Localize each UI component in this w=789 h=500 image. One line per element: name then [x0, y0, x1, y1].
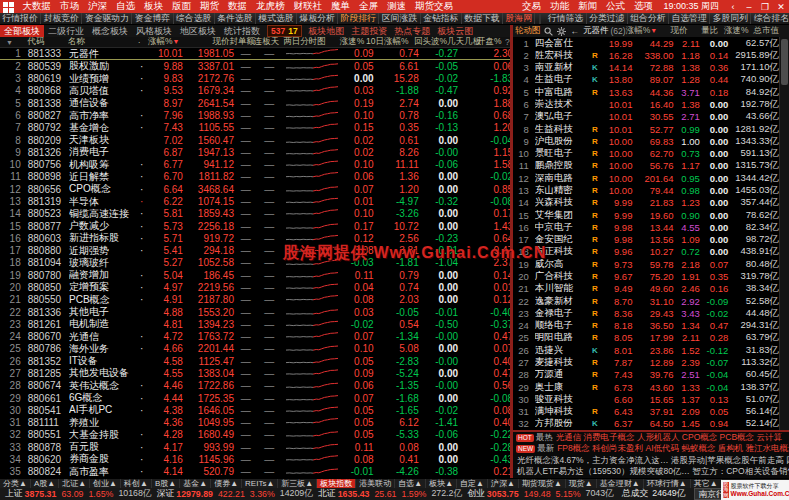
- filter-icon[interactable]: ▼: [6, 39, 20, 46]
- column-header[interactable]: 现价: [180, 36, 230, 48]
- market-tab[interactable]: 新三板▲: [278, 479, 317, 489]
- list-item[interactable]: 21本川智能R9.4949.602.460.1638.34亿: [513, 283, 779, 295]
- toolbar-item[interactable]: 资金博弈: [132, 13, 173, 25]
- list-item[interactable]: 26迅捷兴K8.0123.861.52-0.1231.83亿: [513, 344, 779, 356]
- app-logo-icon[interactable]: [3, 2, 14, 13]
- toolbar-item[interactable]: 条件选股: [215, 13, 256, 25]
- toolbar-item[interactable]: 分类过滤: [587, 13, 628, 25]
- menubar-item[interactable]: 交易: [517, 0, 545, 13]
- toolbar-item[interactable]: 行情筛选: [545, 13, 586, 25]
- toolbar-item[interactable]: 组合分析: [628, 13, 669, 25]
- market-tab[interactable]: 自选▲: [395, 479, 426, 489]
- list-item[interactable]: 7澳弘电子10.0130.552.710.0043.66亿: [513, 111, 779, 123]
- list-item[interactable]: 6崇达技术10.0116.401.380.00192.78亿: [513, 98, 779, 110]
- column-header[interactable]: 连板天: [254, 36, 278, 48]
- list-item[interactable]: 13东山精密R10.0079.440.980.001455.03亿: [513, 184, 779, 196]
- list-item[interactable]: 2胜宏科技R16.28338.001.180.142915.89亿: [513, 49, 779, 61]
- menubar-item[interactable]: 新闻: [573, 0, 601, 13]
- gear-icon[interactable]: [556, 27, 569, 36]
- toolbar-item[interactable]: 爆板分析: [297, 13, 338, 25]
- market-tab[interactable]: 债券▲: [211, 479, 242, 489]
- list-item[interactable]: 14兴森科技R9.9921.831.230.00357.44亿: [513, 197, 779, 209]
- column-header[interactable]: 名称: [68, 36, 135, 48]
- menubar-item[interactable]: 期货: [196, 0, 224, 13]
- market-tab[interactable]: 现货▲: [566, 479, 597, 489]
- list-item[interactable]: 4生益电子K13.8089.071.280.44740.90亿: [513, 74, 779, 86]
- hot-items[interactable]: 光通信 消费电子概念 人形机器人 CPO概念 PCB概念 云计算: [556, 432, 782, 444]
- toolbar-item[interactable]: 资金驱动力: [82, 13, 132, 25]
- toolbar-item[interactable]: 自选管理: [669, 13, 710, 25]
- menubar-item[interactable]: 沪深: [84, 0, 112, 13]
- column-header[interactable]: 现价: [657, 25, 687, 37]
- list-item[interactable]: 9沪电股份R10.0069.831.000.001343.33亿: [513, 135, 779, 147]
- toolbar-item[interactable]: 阶段排行: [338, 13, 379, 25]
- market-tab[interactable]: A股▲: [31, 479, 59, 489]
- market-tab[interactable]: 沪深▲: [488, 479, 519, 489]
- scrollbar-thumb[interactable]: [781, 39, 788, 85]
- news-new-line[interactable]: NEW最新FP8概念 科创尚未盈利 AI低代码 蚂蚁概念 盾构机 雅江水电概念: [513, 444, 789, 456]
- market-tab[interactable]: 期货现货▲: [519, 479, 566, 489]
- maximize-button[interactable]: ❐: [757, 2, 773, 12]
- menubar-item[interactable]: 全屏: [355, 0, 383, 13]
- list-item[interactable]: 20广合科技R9.6775.201.910.35319.78亿: [513, 270, 779, 282]
- list-item[interactable]: 3南亚新材K14.1472.881.380.36171.10亿: [513, 62, 779, 74]
- toolbar-item[interactable]: 封板竞价: [41, 13, 82, 25]
- back-arrow-icon[interactable]: ←: [569, 26, 582, 36]
- toolbar-item[interactable]: 综合选股: [174, 13, 215, 25]
- column-header[interactable]: 开盘%: [463, 36, 502, 48]
- column-header[interactable]: 封单额: [230, 36, 254, 48]
- toolbar-item[interactable]: 模式选股: [256, 13, 297, 25]
- market-tab[interactable]: REITs▲: [242, 479, 278, 489]
- market-tab[interactable]: B股▲: [152, 479, 180, 489]
- news-headline[interactable]: 光纤概念涨4.67%，主力资金净流入这… 港股异动|苹果概念股午前走高 四季度…: [513, 455, 789, 467]
- menubar-item[interactable]: 财联社: [289, 0, 327, 13]
- column-header[interactable]: 涨幅%▼: [143, 36, 180, 48]
- list-item[interactable]: 29奥士康R6.7343.601.33-0.04138.37亿: [513, 381, 779, 393]
- list-item[interactable]: 8生益科技R10.0152.770.990.001281.92亿: [513, 123, 779, 135]
- scrollbar[interactable]: [779, 37, 789, 430]
- market-tab[interactable]: 环球行情▲: [644, 479, 691, 489]
- menubar-item[interactable]: 公式: [601, 0, 629, 13]
- new-items[interactable]: FP8概念 科创尚未盈利 AI低代码 蚂蚁概念 盾构机 雅江水电概念: [557, 444, 789, 456]
- menubar-item[interactable]: 版面: [168, 0, 196, 13]
- market-tab[interactable]: 板块指数: [317, 479, 356, 489]
- column-header[interactable]: 两日分时图: [278, 36, 332, 48]
- market-tab[interactable]: 港美联动: [356, 479, 395, 489]
- market-tab[interactable]: 分类▲: [0, 479, 31, 489]
- column-header[interactable]: 总市值: [749, 25, 789, 37]
- news-headline[interactable]: 机器人ETF易方达（159530）规模突破80亿… 智立方：CPO相关设备销售稳…: [513, 467, 789, 479]
- minimize-button[interactable]: –: [741, 2, 757, 12]
- menubar-item[interactable]: 大数据: [18, 0, 56, 13]
- menubar-item[interactable]: 市场: [56, 0, 84, 13]
- menubar-item[interactable]: 自选: [112, 0, 140, 13]
- list-item[interactable]: 10景旺电子R10.0062.700.730.00591.13亿: [513, 148, 779, 160]
- toolbar-item[interactable]: 多股同列: [710, 13, 751, 25]
- list-item[interactable]: 32方邦股份K6.3764.501.450.9452.14亿: [513, 418, 779, 430]
- collapse-button[interactable]: ‹: [725, 2, 741, 12]
- toolbar-item[interactable]: 股海网: [503, 13, 535, 25]
- list-item[interactable]: 31满坤科技R6.4337.912.090.0556.14亿: [513, 405, 779, 417]
- toolbar-item[interactable]: 金钻指标: [421, 13, 462, 25]
- market-tab[interactable]: 创业▲: [90, 479, 121, 489]
- menubar-item[interactable]: 功能: [545, 0, 573, 13]
- market-tab[interactable]: 科创▲: [121, 479, 152, 489]
- column-header[interactable]: 10日涨幅%: [364, 36, 408, 48]
- brand-badge[interactable]: 股海网 股票软件下载分享 Www.Guhai.Com.CN: [721, 480, 789, 500]
- column-header[interactable]: 涨速%: [331, 36, 364, 48]
- list-item[interactable]: 24顺络电子R8.1836.501.340.47294.31亿: [513, 319, 779, 331]
- column-header[interactable]: 回头波%: [408, 36, 447, 48]
- news-hot-line[interactable]: HOT最热光通信 消费电子概念 人形机器人 CPO概念 PCB概念 云计算: [513, 432, 789, 444]
- toolbar-item[interactable]: 行情报价: [0, 13, 41, 25]
- table-row[interactable]: 35880824高市盈率·4.14520.79——-0.01-4.26-0.38…: [0, 466, 513, 478]
- toolbar-search-box[interactable]: [539, 14, 541, 24]
- column-header[interactable]: 涨幅%▼: [626, 25, 658, 37]
- toolbar-item[interactable]: 数据下载: [462, 13, 503, 25]
- market-tab[interactable]: 其它▲: [691, 479, 722, 489]
- close-button[interactable]: ✕: [773, 2, 789, 12]
- list-item[interactable]: 16中京电子R9.9813.444.550.0082.34亿: [513, 221, 779, 233]
- list-item[interactable]: 30骏亚科技6.6015.651.370.1351.07亿: [513, 393, 779, 405]
- menubar-item[interactable]: 选项: [629, 0, 657, 13]
- search-icon[interactable]: [543, 27, 556, 36]
- toolbar-item[interactable]: 区间涨跌: [379, 13, 420, 25]
- list-item[interactable]: 1四会富仕19.9944.292.110.0062.57亿: [513, 37, 779, 49]
